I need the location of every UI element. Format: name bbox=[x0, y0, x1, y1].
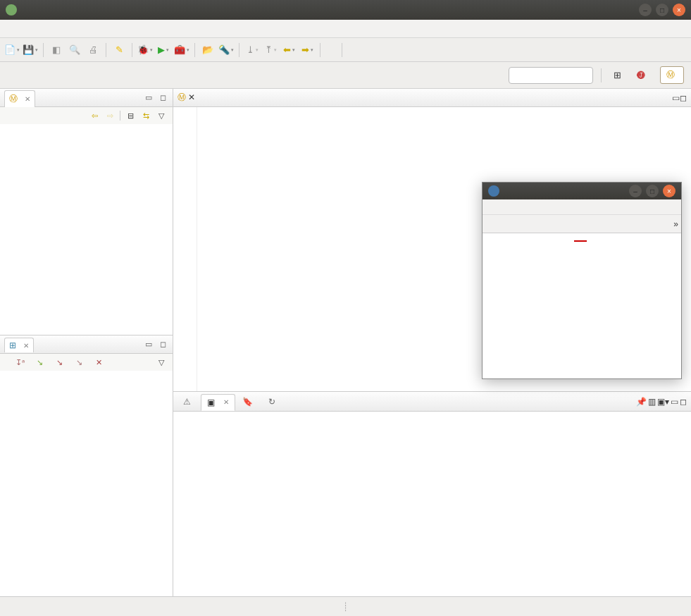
external-tools-button[interactable]: 🧰 bbox=[174, 42, 189, 58]
open-perspective-button[interactable]: ⊞ bbox=[609, 68, 625, 83]
projects-tab[interactable]: Ⓜ ✕ bbox=[4, 90, 35, 107]
plot-chart bbox=[487, 238, 677, 360]
minimize-button[interactable]: – bbox=[639, 4, 652, 16]
search-button[interactable]: 🔍 bbox=[67, 42, 82, 58]
outline-pane-header: ⊞ ✕ ▭ ◻ bbox=[0, 335, 173, 354]
filter1-icon[interactable]: ↘ bbox=[34, 357, 45, 368]
back-button[interactable]: ⬅ bbox=[281, 42, 297, 58]
projects-tree bbox=[0, 124, 173, 335]
editor-tab[interactable]: Ⓜ ✕ bbox=[178, 92, 195, 104]
modelica-icon: Ⓜ bbox=[178, 92, 186, 102]
minimize-editor-button[interactable]: ▭ bbox=[672, 93, 680, 103]
save-button[interactable]: 💾 bbox=[23, 42, 38, 58]
problems-icon: ⚠ bbox=[183, 397, 191, 407]
omplot-menubar bbox=[483, 199, 681, 215]
omplot-icon bbox=[488, 185, 499, 197]
print-button[interactable]: 🖨 bbox=[85, 42, 101, 58]
maximize-pane-button[interactable]: ◻ bbox=[157, 92, 168, 104]
legend-swatch bbox=[574, 240, 587, 242]
highlight-button[interactable]: ✎ bbox=[111, 42, 127, 58]
maximize-button[interactable]: □ bbox=[656, 4, 668, 16]
minimize-button[interactable]: – bbox=[629, 185, 642, 197]
window-titlebar: – □ × bbox=[0, 0, 691, 20]
outline-tree bbox=[0, 371, 173, 596]
problems-tab[interactable]: ⚠ bbox=[178, 394, 199, 409]
main-toolbar: 📄 💾 ◧ 🔍 🖨 ✎ 🐞 ▶ 🧰 📂 🔦 ⤓ ⤒ ⬅ ➡ bbox=[0, 38, 691, 62]
display-console-button[interactable]: ▥ bbox=[648, 397, 656, 407]
filter2-icon[interactable]: ↘ bbox=[54, 357, 65, 368]
projects-pane: Ⓜ ✕ ▭ ◻ ⇦ ⇨ ⊟ ⇆ ▽ bbox=[0, 89, 173, 335]
maximize-button[interactable]: □ bbox=[646, 185, 659, 197]
minimize-pane-button[interactable]: ▭ bbox=[143, 92, 154, 104]
progress-icon: ↻ bbox=[268, 397, 275, 407]
close-button[interactable]: × bbox=[673, 4, 685, 16]
omplot-toolbar: » bbox=[483, 215, 681, 233]
forward-button[interactable]: ➡ bbox=[299, 42, 315, 58]
bookmark-icon: 🔖 bbox=[242, 397, 253, 407]
maximize-console-button[interactable]: ◻ bbox=[680, 397, 687, 407]
omplot-titlebar: – □ × bbox=[483, 183, 681, 199]
open-task-button[interactable]: 📂 bbox=[200, 42, 216, 58]
close-icon[interactable]: ✕ bbox=[188, 92, 195, 102]
close-icon[interactable]: ✕ bbox=[223, 398, 229, 406]
sort-icon[interactable]: ↧ᵃ bbox=[14, 357, 25, 368]
filter3-icon[interactable]: ↘ bbox=[73, 357, 85, 368]
filter4-icon[interactable]: ✕ bbox=[93, 357, 104, 368]
open-type-button[interactable]: ◧ bbox=[49, 42, 64, 58]
minimize-pane-button[interactable]: ▭ bbox=[143, 339, 154, 350]
collapse-all-icon[interactable]: ⊟ bbox=[125, 110, 136, 121]
build-project-button[interactable] bbox=[347, 47, 359, 53]
pin-console-button[interactable]: 📌 bbox=[636, 397, 647, 407]
prev-annotation-button[interactable]: ⤒ bbox=[263, 42, 278, 58]
new-button[interactable]: 📄 bbox=[4, 42, 20, 58]
editor-header: Ⓜ ✕ ▭ ◻ bbox=[173, 89, 691, 107]
forward-icon[interactable]: ⇨ bbox=[104, 110, 116, 121]
maximize-pane-button[interactable]: ◻ bbox=[157, 339, 168, 350]
projects-pane-header: Ⓜ ✕ ▭ ◻ bbox=[0, 89, 173, 107]
console-output[interactable] bbox=[173, 412, 691, 596]
debug-button[interactable]: 🐞 bbox=[137, 42, 153, 58]
progress-tab[interactable]: ↻ bbox=[263, 394, 284, 409]
more-button[interactable]: » bbox=[673, 219, 678, 229]
quick-access-input[interactable] bbox=[509, 67, 593, 84]
app-icon bbox=[6, 4, 17, 16]
bottom-panel: ⚠ ▣✕ 🔖 ↻ 📌 ▥ ▣▾ ▭ ◻ bbox=[173, 392, 691, 596]
terminal-icon: ▣ bbox=[207, 398, 215, 407]
plot-legend bbox=[574, 240, 590, 242]
quick-access-bar: ⊞ 🅙 Ⓜ bbox=[0, 62, 691, 89]
omplot-window[interactable]: – □ × » bbox=[482, 182, 682, 379]
maximize-editor-button[interactable]: ◻ bbox=[680, 93, 687, 103]
close-icon[interactable]: ✕ bbox=[23, 342, 29, 350]
java-perspective-button[interactable]: 🅙 bbox=[630, 68, 654, 83]
link-editor-icon[interactable]: ⇆ bbox=[140, 110, 151, 121]
search-tool-button[interactable]: 🔦 bbox=[218, 42, 234, 58]
bottom-tabs: ⚠ ▣✕ 🔖 ↻ 📌 ▥ ▣▾ ▭ ◻ bbox=[173, 392, 691, 412]
minimize-console-button[interactable]: ▭ bbox=[671, 397, 678, 407]
menubar bbox=[0, 20, 691, 38]
view-menu-icon[interactable]: ▽ bbox=[156, 110, 167, 121]
run-button[interactable]: ▶ bbox=[156, 42, 171, 58]
left-column: Ⓜ ✕ ▭ ◻ ⇦ ⇨ ⊟ ⇆ ▽ ⊞ bbox=[0, 89, 173, 596]
close-icon[interactable]: ✕ bbox=[25, 95, 30, 103]
line-gutter bbox=[173, 107, 197, 391]
bookmarks-tab[interactable]: 🔖 bbox=[237, 394, 261, 409]
status-bar: ┊ bbox=[0, 596, 691, 616]
outline-tab[interactable]: ⊞ ✕ bbox=[4, 338, 34, 352]
projects-toolbar: ⇦ ⇨ ⊟ ⇆ ▽ bbox=[0, 107, 173, 124]
open-console-button[interactable]: ▣▾ bbox=[657, 397, 669, 407]
correct-indentation-button[interactable] bbox=[325, 47, 337, 53]
outline-icon: ⊞ bbox=[9, 340, 16, 350]
next-annotation-button[interactable]: ⤓ bbox=[244, 42, 260, 58]
outline-pane: ⊞ ✕ ▭ ◻ ↧ᵃ ↘ ↘ ↘ ✕ ▽ bbox=[0, 335, 173, 596]
close-button[interactable]: × bbox=[663, 185, 676, 197]
console-tab[interactable]: ▣✕ bbox=[201, 394, 235, 411]
modelica-icon: Ⓜ bbox=[9, 93, 18, 105]
plot-area bbox=[483, 233, 681, 378]
modelica-perspective-button[interactable]: Ⓜ bbox=[660, 66, 684, 84]
view-menu-icon[interactable]: ▽ bbox=[156, 357, 167, 368]
outline-toolbar: ↧ᵃ ↘ ↘ ↘ ✕ ▽ bbox=[0, 354, 173, 371]
back-icon[interactable]: ⇦ bbox=[89, 110, 100, 121]
